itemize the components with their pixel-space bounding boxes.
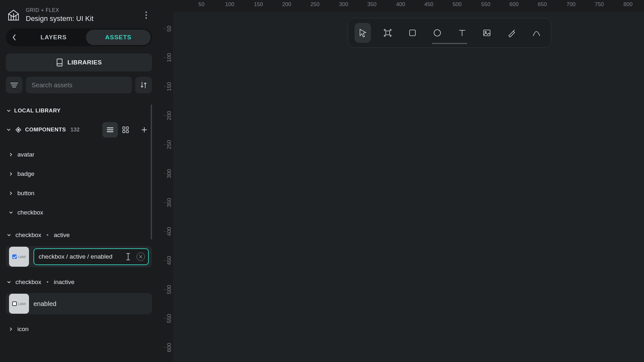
- svg-point-22: [485, 31, 486, 33]
- components-count: 132: [71, 127, 80, 133]
- svg-rect-19: [410, 30, 415, 36]
- ruler-tick: 550: [166, 314, 173, 323]
- tree-item-avatar[interactable]: avatar: [6, 145, 152, 164]
- svg-point-20: [434, 30, 440, 36]
- image-icon: [482, 28, 492, 38]
- thumb-label: Label: [18, 255, 26, 259]
- filter-button[interactable]: [6, 77, 23, 93]
- chevron-right-icon: [8, 152, 14, 157]
- tree-item-checkbox-active[interactable]: checkbox • active: [6, 225, 152, 245]
- sort-button[interactable]: [135, 77, 152, 93]
- file-titles: GRID + FLEX Design system: UI Kit: [26, 7, 136, 23]
- asset-row-checkbox-inactive-enabled[interactable]: Label enabled: [6, 293, 152, 314]
- curve-icon: [532, 28, 541, 38]
- svg-point-0: [146, 12, 147, 13]
- rectangle-tool[interactable]: [404, 23, 421, 43]
- ruler-tick: 200: [166, 111, 173, 120]
- tree-item-button[interactable]: button: [6, 184, 152, 203]
- grid-view-button[interactable]: [118, 122, 133, 138]
- component-icon: [15, 126, 22, 133]
- variant-group-state: active: [54, 232, 70, 239]
- close-icon: [139, 255, 143, 259]
- pen-tool[interactable]: [503, 23, 520, 43]
- ruler-tick: 700: [566, 1, 575, 8]
- components-header[interactable]: COMPONENTS 132: [6, 121, 152, 138]
- list-icon: [106, 127, 114, 133]
- search-input-wrap[interactable]: [26, 77, 132, 93]
- chevron-down-icon: [6, 109, 12, 113]
- asset-thumbnail: Label: [9, 294, 29, 314]
- chevron-left-icon: [12, 34, 16, 41]
- svg-rect-8: [17, 129, 20, 131]
- add-component-button[interactable]: [137, 122, 152, 138]
- asset-label: enabled: [33, 300, 56, 308]
- svg-rect-15: [126, 130, 128, 133]
- tree-item-checkbox[interactable]: checkbox: [6, 203, 152, 222]
- ruler-tick: 150: [254, 1, 263, 8]
- text-tool[interactable]: [454, 23, 470, 43]
- rename-input[interactable]: [39, 253, 133, 260]
- tree-label: icon: [17, 326, 29, 333]
- book-icon: [56, 58, 63, 67]
- ruler-tick: 400: [166, 227, 173, 236]
- ruler-tick: 350: [367, 1, 376, 8]
- tree-item-checkbox-inactive[interactable]: checkbox • inactive: [6, 272, 152, 292]
- local-library-header[interactable]: LOCAL LIBRARY: [6, 104, 152, 117]
- ruler-tick: 400: [396, 1, 405, 8]
- tab-assets[interactable]: ASSETS: [86, 30, 151, 45]
- ruler-tick: 100: [225, 1, 234, 8]
- text-cursor-icon: [125, 252, 131, 261]
- svg-rect-12: [123, 127, 125, 129]
- ellipse-tool[interactable]: [429, 23, 445, 43]
- file-title[interactable]: Design system: UI Kit: [26, 14, 136, 23]
- ruler-tick: 500: [166, 285, 173, 294]
- variant-separator: •: [46, 279, 49, 286]
- ruler-vertical[interactable]: 50 100 150 200 250 300 350 400 450 500 5…: [158, 12, 173, 362]
- chevron-down-icon: [8, 210, 14, 215]
- asset-row-checkbox-active-enabled[interactable]: Label: [6, 246, 152, 267]
- text-icon: [457, 28, 467, 38]
- tree-item-icon[interactable]: icon: [6, 319, 152, 339]
- tab-layers[interactable]: LAYERS: [21, 30, 86, 45]
- ruler-tick: 450: [424, 1, 433, 8]
- cursor-icon: [358, 28, 368, 38]
- rename-field[interactable]: [33, 248, 149, 265]
- chevron-right-icon: [8, 327, 14, 331]
- ruler-tick: 450: [166, 256, 173, 265]
- curve-tool[interactable]: [528, 23, 545, 43]
- tree-item-badge[interactable]: badge: [6, 164, 152, 184]
- app-logo[interactable]: [6, 7, 21, 23]
- list-view-button[interactable]: [102, 122, 118, 138]
- canvas-toolbar: [348, 18, 551, 48]
- tree-label: avatar: [17, 151, 34, 158]
- ruler-tick: 50: [166, 26, 173, 32]
- canvas-viewport[interactable]: [173, 12, 644, 362]
- svg-point-1: [146, 14, 147, 16]
- clear-button[interactable]: [137, 252, 145, 261]
- svg-point-2: [146, 17, 147, 19]
- local-library-label: LOCAL LIBRARY: [14, 108, 61, 114]
- components-label: COMPONENTS: [25, 127, 66, 133]
- tree-label: checkbox: [17, 209, 43, 216]
- ruler-horizontal[interactable]: 50 100 150 200 250 300 350 400 450 500 5…: [173, 0, 644, 12]
- file-menu-button[interactable]: [140, 9, 152, 21]
- asset-thumbnail: Label: [9, 247, 29, 267]
- variant-group-state: inactive: [54, 279, 74, 286]
- logo-icon: [6, 8, 21, 23]
- libraries-button[interactable]: LIBRARIES: [6, 53, 152, 71]
- breadcrumb[interactable]: GRID + FLEX: [26, 7, 136, 13]
- scrollbar-thumb[interactable]: [151, 104, 152, 240]
- chevron-right-icon: [8, 191, 14, 195]
- toolbar-drag-handle[interactable]: [432, 43, 467, 44]
- frame-tool[interactable]: [379, 23, 396, 43]
- sort-icon: [140, 81, 147, 89]
- ruler-tick: 300: [166, 169, 173, 178]
- move-tool[interactable]: [355, 23, 371, 43]
- image-tool[interactable]: [478, 23, 495, 43]
- ruler-tick: 350: [166, 198, 173, 207]
- svg-rect-3: [57, 59, 62, 66]
- circle-icon: [432, 28, 442, 38]
- tabs-back-button[interactable]: [7, 30, 21, 45]
- search-input[interactable]: [32, 81, 126, 89]
- chevron-down-icon: [6, 233, 12, 237]
